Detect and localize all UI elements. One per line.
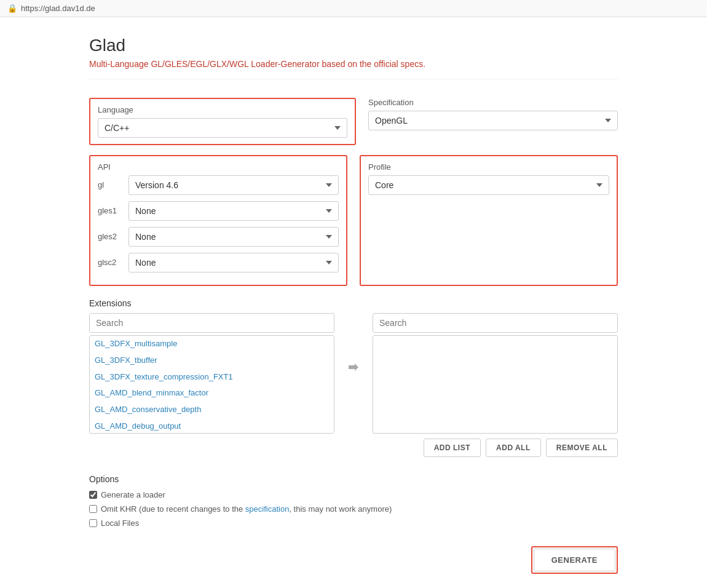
- api-gl-select[interactable]: None Version 1.0 Version 2.0 Version 3.3…: [128, 175, 339, 195]
- api-gles1-label: gles1: [98, 201, 128, 215]
- extensions-section: Extensions GL_3DFX_multisample GL_3DFX_t…: [89, 298, 618, 457]
- api-gles2-row: gles2 None Version 2.0 Version 3.0 Versi…: [98, 227, 339, 247]
- extensions-right-search[interactable]: [373, 313, 618, 333]
- specification-group: Specification OpenGL OpenGL ES EGL GLX W…: [368, 98, 618, 145]
- profile-group: Profile Core Compatibility: [360, 155, 618, 286]
- list-item[interactable]: GL_3DFX_tbuffer: [90, 352, 334, 369]
- extensions-label: Extensions: [89, 298, 618, 308]
- api-label: API: [98, 162, 339, 172]
- language-label: Language: [98, 105, 347, 114]
- page-container: Glad Multi-Language GL/GLES/EGL/GLX/WGL …: [77, 17, 630, 588]
- extensions-right-panel: ADD LIST ADD ALL REMOVE ALL: [373, 313, 618, 457]
- generate-loader-label: Generate a loader: [101, 490, 165, 499]
- api-gles2-select[interactable]: None Version 2.0 Version 3.0 Version 3.2: [128, 227, 339, 247]
- omit-khr-checkbox[interactable]: [89, 505, 97, 513]
- extensions-left-search[interactable]: [89, 313, 334, 333]
- profile-select[interactable]: Core Compatibility: [368, 175, 609, 195]
- api-gles2-label: gles2: [98, 227, 128, 241]
- page-title: Glad: [89, 36, 618, 55]
- local-files-label: Local Files: [101, 518, 139, 528]
- option-generate-loader: Generate a loader: [89, 490, 618, 499]
- language-select[interactable]: C/C++ D Nim Pascal Volt: [98, 118, 347, 138]
- options-section: Options Generate a loader Omit KHR (due …: [89, 474, 618, 528]
- api-gles1-row: gles1 None Version 1.0: [98, 201, 339, 221]
- generate-btn-wrapper: GENERATE: [531, 546, 618, 574]
- list-item[interactable]: GL_3DFX_texture_compression_FXT1: [90, 369, 334, 386]
- option-local-files: Local Files: [89, 518, 618, 528]
- api-gl-row: gl None Version 1.0 Version 2.0 Version …: [98, 175, 339, 195]
- local-files-checkbox[interactable]: [89, 519, 97, 527]
- remove-all-button[interactable]: REMOVE ALL: [546, 439, 618, 457]
- lock-icon: 🔒: [7, 4, 17, 13]
- extensions-left-panel: GL_3DFX_multisample GL_3DFX_tbuffer GL_3…: [89, 313, 334, 434]
- list-item[interactable]: GL_AMD_debug_output: [90, 418, 334, 434]
- list-item[interactable]: GL_AMD_conservative_depth: [90, 402, 334, 418]
- api-glsc2-row: glsc2 None Version 2.0: [98, 253, 339, 272]
- generate-section: GENERATE: [89, 546, 618, 574]
- transfer-arrow: [344, 313, 363, 372]
- api-profile-row: API gl None Version 1.0 Version 2.0 Vers…: [89, 155, 618, 286]
- generate-loader-checkbox[interactable]: [89, 491, 97, 499]
- language-spec-row: Language C/C++ D Nim Pascal Volt Specifi…: [89, 98, 618, 145]
- add-all-button[interactable]: ADD ALL: [486, 439, 541, 457]
- specification-link[interactable]: specification: [245, 504, 290, 514]
- extensions-left-list[interactable]: GL_3DFX_multisample GL_3DFX_tbuffer GL_3…: [89, 335, 334, 434]
- page-subtitle: Multi-Language GL/GLES/EGL/GLX/WGL Loade…: [89, 59, 618, 79]
- api-glsc2-label: glsc2: [98, 253, 128, 267]
- extensions-buttons: ADD LIST ADD ALL REMOVE ALL: [373, 439, 618, 457]
- profile-label: Profile: [368, 162, 609, 172]
- api-group: API gl None Version 1.0 Version 2.0 Vers…: [89, 155, 347, 286]
- api-glsc2-select[interactable]: None Version 2.0: [128, 253, 339, 272]
- option-omit-khr: Omit KHR (due to recent changes to the s…: [89, 504, 618, 514]
- browser-bar: 🔒 https://glad.dav1d.de: [0, 0, 707, 17]
- extensions-layout: GL_3DFX_multisample GL_3DFX_tbuffer GL_3…: [89, 313, 618, 457]
- extensions-right-list[interactable]: [373, 335, 618, 434]
- add-list-button[interactable]: ADD LIST: [424, 439, 481, 457]
- options-label: Options: [89, 474, 618, 484]
- omit-khr-label: Omit KHR (due to recent changes to the s…: [101, 504, 392, 514]
- list-item[interactable]: GL_3DFX_multisample: [90, 336, 334, 352]
- browser-url: https://glad.dav1d.de: [21, 4, 95, 13]
- api-gl-label: gl: [98, 175, 128, 189]
- language-group: Language C/C++ D Nim Pascal Volt: [89, 98, 356, 145]
- generate-button[interactable]: GENERATE: [534, 549, 615, 571]
- specification-label: Specification: [368, 98, 618, 107]
- list-item[interactable]: GL_AMD_blend_minmax_factor: [90, 385, 334, 402]
- specification-select[interactable]: OpenGL OpenGL ES EGL GLX WGL: [368, 111, 618, 130]
- api-gles1-select[interactable]: None Version 1.0: [128, 201, 339, 221]
